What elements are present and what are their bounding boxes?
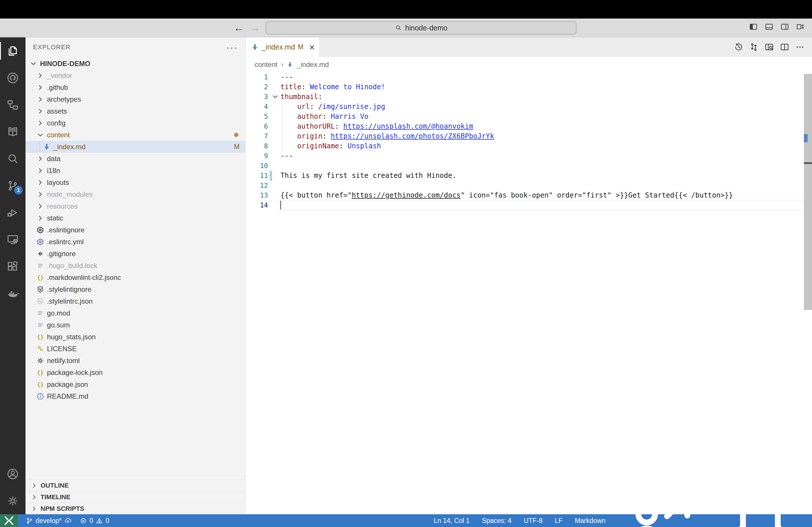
customize-layout-icon[interactable] [796, 22, 805, 31]
status-utf-8[interactable]: UTF-8 [524, 517, 542, 525]
code-editor[interactable]: 1---2title: Welcome to Hinode!3thumbnail… [246, 72, 812, 514]
tree-item-netlify-toml[interactable]: netlify.toml [26, 355, 245, 366]
tree-item-vendor[interactable]: _vendor [26, 70, 245, 81]
tree-item-label: .gitignore [47, 250, 76, 258]
activity-github-icon[interactable] [0, 64, 26, 91]
status-ln-14-col-1[interactable]: Ln 14, Col 1 [434, 517, 470, 525]
tree-item-assets[interactable]: assets [26, 105, 245, 117]
tree-item-label: node_modules [47, 190, 92, 198]
activity-accounts-icon[interactable] [0, 461, 26, 487]
tree-item-hugo-build-lock[interactable]: .hugo_build.lock [26, 260, 245, 271]
tree-item-layouts[interactable]: layouts [26, 177, 245, 188]
notifications-bell-icon[interactable] [717, 477, 804, 527]
stylelint-dark-file-icon [37, 286, 44, 293]
tree-item-package-json[interactable]: {}package.json [26, 378, 245, 390]
git-modified-badge: M [234, 143, 240, 151]
tree-item-config[interactable]: config [26, 117, 245, 129]
remote-indicator[interactable] [0, 514, 18, 527]
tree-item-license[interactable]: LICENSE [26, 343, 245, 355]
tree-item-github[interactable]: .github [26, 81, 245, 93]
activity-run-debug-icon[interactable] [0, 199, 26, 226]
editor-scrollbar[interactable] [804, 74, 812, 310]
tree-item-stylelintignore[interactable]: .stylelintignore [26, 283, 245, 295]
line-number: 8 [246, 141, 268, 151]
tree-item-go-mod[interactable]: go.mod [26, 307, 245, 319]
activity-project-structure-icon[interactable] [0, 91, 26, 118]
tree-item-index-md[interactable]: _index.mdM [26, 141, 245, 153]
code-link[interactable]: https://unsplash.com/photos/ZX6BPboJrYk [331, 132, 494, 140]
activity-extensions-icon[interactable] [0, 253, 26, 280]
code-token: title [280, 83, 301, 91]
tree-item-package-lock-json[interactable]: {}package-lock.json [26, 366, 245, 378]
tab-index-md[interactable]: _index.md M × [246, 37, 320, 57]
tree-item-content[interactable]: content [26, 129, 245, 141]
json-file-icon: {} [37, 274, 44, 281]
warnings-count: 0 [105, 517, 109, 525]
toggle-primary-sidebar-icon[interactable] [749, 22, 758, 31]
line-number: 13 [246, 190, 268, 200]
history-forward-arrow[interactable]: → [250, 21, 260, 34]
history-back-arrow[interactable]: ← [234, 21, 244, 34]
git-file-icon [37, 250, 44, 258]
workspace-title: hinode-demo [405, 24, 448, 32]
tree-item-go-sum[interactable]: go.sum [26, 319, 245, 331]
toggle-panel-icon[interactable] [765, 22, 774, 31]
activity-explorer-icon[interactable] [0, 37, 26, 64]
feedback-icon[interactable] [618, 477, 705, 527]
breadcrumb-folder[interactable]: content [255, 61, 277, 69]
tree-item-readme-md[interactable]: README.md [26, 390, 245, 402]
explorer-more-actions[interactable]: ··· [226, 44, 238, 50]
activity-search-icon[interactable] [0, 145, 26, 172]
tree-item-hinode-demo[interactable]: HINODE-DEMO [26, 58, 245, 70]
fold-chevron-icon[interactable] [272, 93, 279, 101]
activity-docs-book-icon[interactable] [0, 118, 26, 145]
section-timeline[interactable]: TIMELINE [26, 491, 245, 503]
activity-settings-gear-icon[interactable] [0, 487, 26, 514]
tree-item-eslintrc-yml[interactable]: .eslintrc.yml [26, 236, 245, 248]
activity-source-control-icon[interactable]: 1 [0, 172, 26, 199]
tab-close-icon[interactable]: × [309, 43, 315, 51]
remote-icon [0, 512, 18, 527]
section-label: TIMELINE [41, 493, 71, 501]
code-link[interactable]: https://unsplash.com/@hoanvokim [343, 122, 473, 130]
tree-item-markdownlint-cli2-jsonc[interactable]: {}.markdownlint-cli2.jsonc [26, 271, 245, 283]
tree-item-resources[interactable]: resources [26, 200, 245, 212]
tree-item-stylelintrc-json[interactable]: .stylelintrc.json [26, 295, 245, 307]
breadcrumb-file[interactable]: _index.md [297, 61, 329, 69]
command-center-search[interactable]: hinode-demo [266, 21, 577, 34]
timeline-history-icon[interactable] [734, 42, 743, 52]
line-number: 7 [246, 131, 268, 141]
section-npm-scripts[interactable]: NPM SCRIPTS [26, 503, 245, 514]
open-changes-icon[interactable] [749, 42, 759, 52]
tree-item-static[interactable]: static [26, 212, 245, 224]
code-token: " icon="fas book-open" order="first" >}}… [461, 191, 733, 199]
code-token: Welcome to Hinode! [310, 83, 385, 91]
activity-bar: 1 [0, 37, 26, 514]
open-preview-icon[interactable] [764, 42, 774, 52]
chevron-right-icon [37, 202, 44, 210]
status-lf[interactable]: LF [555, 517, 563, 525]
tree-item-gitignore[interactable]: .gitignore [26, 248, 245, 260]
section-outline[interactable]: OUTLINE [26, 480, 245, 491]
tree-item-data[interactable]: data [26, 153, 245, 165]
activity-remote-window-icon[interactable] [0, 226, 26, 253]
split-editor-icon[interactable] [780, 42, 790, 52]
tree-item-node-modules[interactable]: node_modules [26, 188, 245, 200]
chevron-down-icon [37, 131, 44, 139]
tree-item-archetypes[interactable]: archetypes [26, 93, 245, 105]
code-token: : [322, 132, 331, 140]
toggle-secondary-sidebar-icon[interactable] [780, 22, 789, 31]
git-branch-item[interactable]: develop* [26, 517, 72, 525]
tree-item-eslintignore[interactable]: .eslintignore [26, 224, 245, 236]
status-markdown[interactable]: Markdown [575, 517, 606, 525]
tree-item-i18n[interactable]: i18n [26, 165, 245, 177]
breadcrumb: content › _index.md [246, 57, 812, 72]
tree-item-hugo-stats-json[interactable]: {}hugo_stats.json [26, 331, 245, 343]
git-branch-icon [26, 517, 33, 525]
activity-docker-icon[interactable] [0, 280, 26, 307]
code-line-7: origin: https://unsplash.com/photos/ZX6B… [280, 131, 494, 141]
status-spaces[interactable]: Spaces: 4 [482, 517, 511, 525]
more-actions-icon[interactable] [795, 42, 805, 52]
code-token: : [310, 103, 318, 111]
problems-item[interactable]: 0 0 [79, 517, 110, 525]
